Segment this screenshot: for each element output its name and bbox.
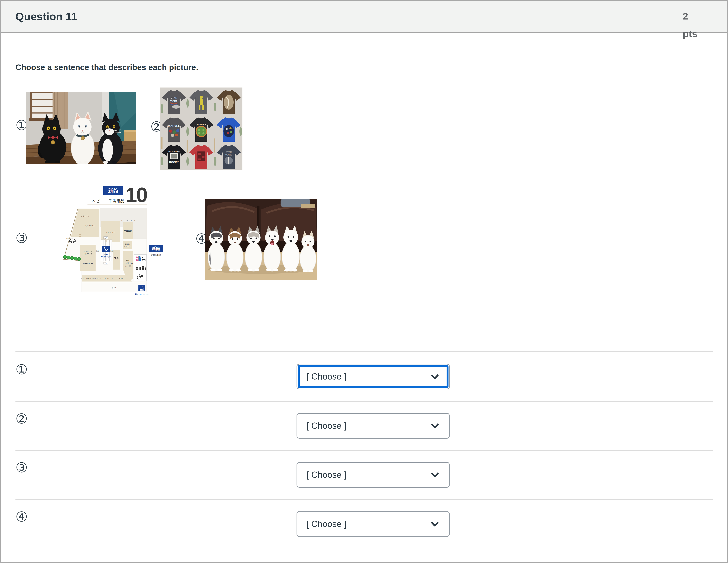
floor-map-image: 新館 10 ベビー・子供用品 マタニティ ミキハウス ファミリア: [61, 181, 163, 297]
void-right-label: 吹抜: [110, 250, 114, 252]
elevator-label: 新館エレベーター: [135, 293, 149, 295]
points-unit: pts: [683, 25, 706, 43]
tshirts-photo: STAR WARS MARVEL TURTLES: [160, 88, 242, 170]
svg-text:M's: M's: [126, 259, 129, 261]
side-badge: 新館 東銀座駅側: [149, 245, 163, 256]
svg-text:ファミリア: ファミリア: [105, 231, 115, 233]
side-badge-label: 新館: [152, 246, 160, 251]
shirt1-print-line1: STAR: [171, 96, 177, 99]
chevron-down-icon: [431, 472, 439, 477]
map-category-label: ベビー・子供用品: [92, 199, 124, 203]
answer3-dropdown-value: [ Choose ]: [306, 470, 346, 480]
shirt9-print-line2: WARS: [225, 153, 232, 156]
answer3-marker: ③: [15, 461, 28, 474]
escalator-label-line1: 新館: [104, 254, 108, 255]
answer4-marker: ④: [15, 510, 28, 524]
figure1-marker: ①: [15, 118, 28, 132]
chevron-down-icon: [431, 522, 439, 526]
shirt5-print: TURTLES: [197, 123, 206, 125]
question-header: Question 11: [1, 1, 727, 33]
row-divider: [15, 401, 713, 402]
map-floor-number: 10: [126, 183, 147, 206]
shirt9-print-line1: STAR: [226, 151, 232, 153]
puppies-photo: [205, 199, 317, 280]
escalator-icon: [102, 246, 110, 252]
escalator-label-line2: エスカレーター: [101, 256, 111, 258]
svg-text:ジャカディ: ジャカディ: [117, 278, 125, 279]
question-title: Question 11: [15, 1, 77, 32]
svg-text:子供雑貨: 子供雑貨: [124, 230, 132, 232]
answer3-dropdown[interactable]: [ Choose ]: [297, 462, 450, 488]
svg-text:エンポリオ: エンポリオ: [83, 250, 92, 252]
chevron-down-icon: [431, 423, 439, 428]
svg-text:玩具: 玩具: [114, 257, 119, 260]
row-divider: [15, 499, 713, 500]
points-value: 2: [683, 7, 706, 25]
question-card: Question 11 2 pts Choose a sentence that…: [0, 0, 728, 563]
shirt7-print-line1: PHILADELPHIA: [168, 151, 180, 153]
answer1-marker: ①: [15, 363, 28, 376]
shirt1-print-line2: WARS: [170, 99, 178, 102]
figure3-marker: ③: [15, 231, 28, 245]
map-building-badge: 新館: [108, 188, 118, 194]
svg-text:ラルフ ローレン チルドレン: ラルフ ローレン チルドレン: [81, 278, 101, 279]
shirt4-print: MARVEL: [168, 124, 180, 127]
question-body: Choose a sentence that describes each pi…: [1, 33, 727, 563]
answer1-dropdown-value: [ Choose ]: [306, 371, 346, 382]
svg-text:バーバリー: バーバリー: [83, 263, 93, 265]
answer4-dropdown[interactable]: [ Choose ]: [297, 511, 450, 537]
svg-text:↓↑: ↓↑: [141, 285, 143, 288]
row-divider: [15, 450, 713, 451]
svg-text:アルマーニ: アルマーニ: [83, 253, 92, 255]
svg-text:アナ スイ・ミニ: アナ スイ・ミニ: [103, 278, 115, 279]
side-badge-note: 東銀座駅側: [151, 254, 161, 256]
answer4-dropdown-value: [ Choose ]: [306, 519, 346, 529]
row-divider: [15, 351, 713, 352]
svg-text:ザ・ノース・フェイス: ザ・ノース・フェイス: [121, 219, 135, 221]
svg-text:(ベビー用品): (ベビー用品): [124, 265, 132, 267]
question-instruction: Choose a sentence that describes each pi…: [15, 63, 198, 72]
escalator-down-label: 下り: [104, 262, 107, 264]
svg-text:ミキハウス: ミキハウス: [85, 225, 95, 227]
cats-photo: [26, 92, 136, 164]
svg-text:GINZA: GINZA: [125, 243, 130, 245]
answer1-dropdown[interactable]: [ Choose ]: [297, 364, 450, 389]
svg-text:エンジェル: エンジェル: [123, 262, 133, 264]
void-bottom-label: 吹抜: [112, 286, 116, 289]
question-points: 2 pts: [683, 7, 706, 43]
answer2-dropdown[interactable]: [ Choose ]: [297, 413, 450, 439]
answer2-dropdown-value: [ Choose ]: [306, 421, 346, 431]
answer2-marker: ②: [15, 412, 28, 426]
escalator-up-label: 上り: [104, 237, 107, 239]
facility-box: [134, 254, 147, 281]
leather-couch: [205, 199, 317, 253]
shirt7-print-line2: ROCKY: [169, 161, 179, 164]
svg-text:ステージ: ステージ: [124, 245, 131, 247]
svg-text:マタニティ: マタニティ: [81, 215, 90, 217]
void-left-label: 吹抜: [96, 250, 100, 252]
chevron-down-icon: [431, 374, 439, 379]
